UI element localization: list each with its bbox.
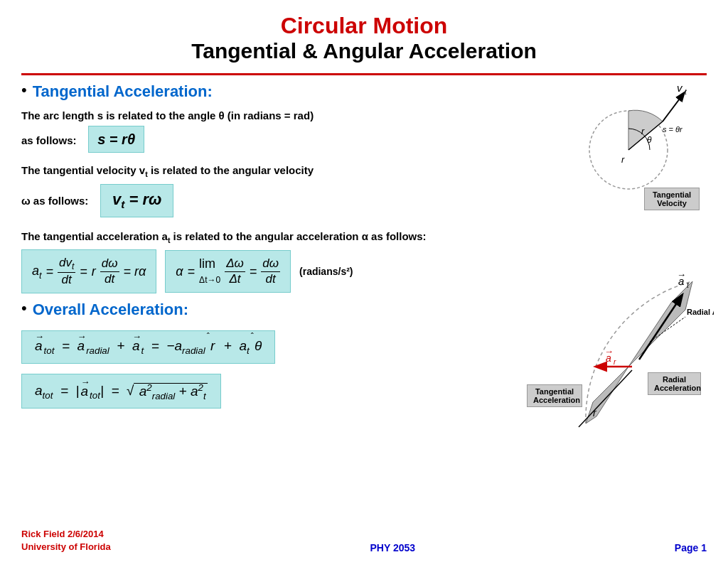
svg-text:t: t xyxy=(685,88,687,96)
formula-row-main: at = dvt dt = r dω dt = rα xyxy=(21,249,465,293)
formula-vt-romega: vt = rω xyxy=(100,184,173,217)
formula-overall-accel1: → a tot = → a radial + → a t xyxy=(21,330,275,364)
svg-line-9 xyxy=(579,370,632,427)
section1-title: Tangential Acceleration: xyxy=(33,82,213,101)
main-layout: • Tangential Acceleration: The arc lengt… xyxy=(21,82,707,438)
formula-s-rtheta: s = rθ xyxy=(88,126,144,153)
top-diagram-svg: r θ s = θr v t r xyxy=(557,79,700,200)
frac-dvt-dt: dvt dt xyxy=(58,256,75,287)
footer-center: PHY 2053 xyxy=(370,542,415,553)
arc-length-text: The arc length s is related to the angle… xyxy=(21,108,465,156)
header-divider xyxy=(21,73,707,75)
frac-domega-dt: dω dt xyxy=(100,256,119,286)
tangential-velocity-label: Tangential Velocity xyxy=(644,188,700,210)
bullet1: • xyxy=(21,81,27,99)
svg-text:θ: θ xyxy=(647,135,652,145)
radians-label: (radians/s²) xyxy=(299,265,353,279)
svg-text:s = θr: s = θr xyxy=(663,125,683,134)
footer: Rick Field 2/6/2014 University of Florid… xyxy=(0,528,728,553)
svg-text:→: → xyxy=(604,346,614,357)
svg-line-11 xyxy=(639,296,682,360)
radial-accel-label: Radial Acceleration xyxy=(648,372,701,395)
author-text: Rick Field 2/6/2014 xyxy=(21,529,104,539)
frac-delta-omega: Δω Δt xyxy=(225,256,245,286)
bullet2: • xyxy=(21,299,27,318)
course-text: PHY 2053 xyxy=(370,542,415,553)
formula-alpha-box: α = lim Δt→0 Δω Δt = dω dt xyxy=(165,250,291,293)
svg-text:→: → xyxy=(677,269,686,280)
header-subtitle: Circular Motion xyxy=(0,13,728,39)
tangential-velocity-text: The tangential velocity vt is related to… xyxy=(21,163,465,222)
institution-text: University of Florida xyxy=(21,541,111,552)
footer-left: Rick Field 2/6/2014 University of Florid… xyxy=(21,528,111,553)
formula-overall-accel2: atot = | → a tot| = √ a2radial + a2t xyxy=(21,374,221,409)
bottom-diagram-svg: r a t → a r → Radial Axis xyxy=(522,225,714,459)
section2: • Overall Acceleration: → a tot = → a xyxy=(21,301,465,414)
header-title: Tangential & Angular Acceleration xyxy=(0,39,728,63)
header: Circular Motion Tangential & Angular Acc… xyxy=(0,0,728,69)
tangential-accel-text: The tangential acceleration at is relate… xyxy=(21,229,465,246)
section2-title: Overall Acceleration: xyxy=(33,301,188,319)
section2-header: • Overall Acceleration: xyxy=(21,301,465,323)
main-content: • Tangential Acceleration: The arc lengt… xyxy=(0,82,728,438)
section1-header: • Tangential Acceleration: xyxy=(21,82,465,105)
right-diagrams: r θ s = θr v t r xyxy=(465,82,707,438)
footer-right: Page 1 xyxy=(675,542,707,553)
page-text: Page 1 xyxy=(675,542,707,553)
formula-at-box: at = dvt dt = r dω dt = rα xyxy=(21,249,156,293)
frac-domega-dt2: dω dt xyxy=(261,256,280,286)
svg-text:v: v xyxy=(677,82,683,94)
page-container: Circular Motion Tangential & Angular Acc… xyxy=(0,0,728,562)
left-content: • Tangential Acceleration: The arc lengt… xyxy=(21,82,465,438)
tangential-accel-label: Tangential Acceleration xyxy=(527,384,582,407)
svg-line-4 xyxy=(663,93,684,121)
svg-text:r: r xyxy=(621,154,625,165)
svg-text:r: r xyxy=(614,358,616,366)
svg-text:Radial Axis: Radial Axis xyxy=(687,308,714,316)
